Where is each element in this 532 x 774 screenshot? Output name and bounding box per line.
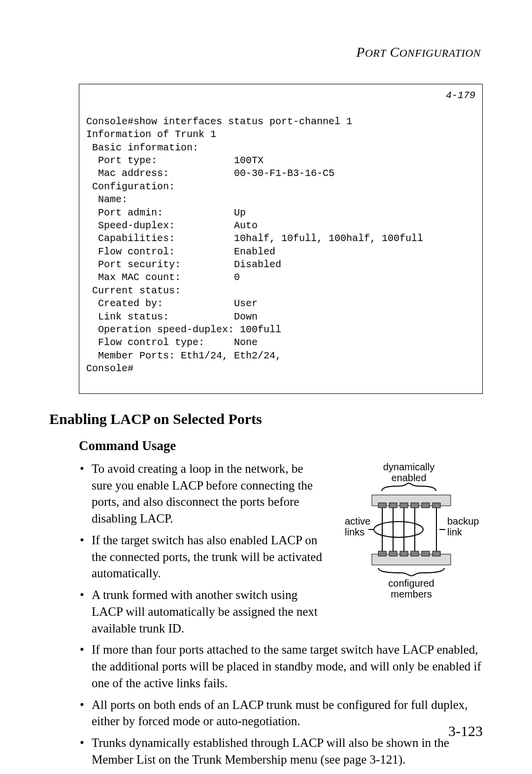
diagram-bottom-label: members <box>391 589 432 599</box>
list-item: Trunks dynamically established through L… <box>79 735 483 768</box>
console-line: Console# <box>86 363 133 374</box>
console-line: Capabilities: 10half, 10full, 100half, 1… <box>86 233 423 244</box>
svg-rect-5 <box>432 503 440 508</box>
page: PORT CONFIGURATION 4-179 Console#show in… <box>0 0 532 774</box>
subsection-heading: Command Usage <box>79 438 483 454</box>
svg-rect-12 <box>389 551 397 556</box>
console-line: Created by: User <box>86 298 258 309</box>
page-number: 3-123 <box>448 723 483 739</box>
console-line: Configuration: <box>86 181 175 192</box>
console-line: Port type: 100TX <box>86 155 264 166</box>
svg-rect-14 <box>411 551 419 556</box>
console-line: Port admin: Up <box>86 207 246 218</box>
brace-top-icon <box>382 483 436 491</box>
console-line: Console#show interfaces status port-chan… <box>86 116 352 127</box>
console-line: Basic information: <box>86 142 199 153</box>
diagram-top-label: dynamically <box>383 461 434 472</box>
running-head: PORT CONFIGURATION <box>49 44 483 60</box>
diagram-left-label: links <box>345 527 365 537</box>
svg-rect-13 <box>400 551 408 556</box>
diagram-bottom-label: configured <box>388 578 434 589</box>
console-line: Mac address: 00-30-F1-B3-16-C5 <box>86 168 334 179</box>
list-item: If the target switch has also enabled LA… <box>79 532 323 582</box>
console-line: Flow control type: None <box>86 337 258 348</box>
console-line: Name: <box>86 194 128 205</box>
svg-rect-11 <box>378 551 386 556</box>
diagram-right-label: link <box>447 527 463 537</box>
active-links-oval-icon <box>374 522 423 537</box>
svg-rect-2 <box>400 503 408 508</box>
svg-rect-16 <box>432 551 440 556</box>
brace-bottom-icon <box>378 568 444 576</box>
svg-rect-0 <box>378 503 386 508</box>
console-line: Member Ports: Eth1/24, Eth2/24, <box>86 350 281 361</box>
diagram-left-label: active <box>345 516 370 527</box>
link-lines <box>382 508 436 551</box>
console-output: 4-179 Console#show interfaces status por… <box>79 84 483 394</box>
console-line: Speed-duplex: Auto <box>86 220 258 231</box>
list-item: If more than four ports attached to the … <box>79 641 483 691</box>
diagram-top-label: enabled <box>391 472 426 483</box>
svg-rect-3 <box>411 503 419 508</box>
console-page-ref: 4-179 <box>446 89 475 102</box>
console-line: Port security: Disabled <box>86 259 281 270</box>
console-line: Link status: Down <box>86 311 258 322</box>
svg-rect-4 <box>422 503 430 508</box>
lacp-diagram: dynamically enabled <box>335 460 483 610</box>
section-heading: Enabling LACP on Selected Ports <box>49 411 483 427</box>
diagram-right-label: backup <box>447 516 479 527</box>
console-line: Max MAC count: 0 <box>86 272 240 283</box>
console-line: Information of Trunk 1 <box>86 129 216 140</box>
svg-rect-15 <box>422 551 430 556</box>
list-item: All ports on both ends of an LACP trunk … <box>79 697 483 730</box>
console-line: Current status: <box>86 285 181 296</box>
bullet-list-narrow: To avoid creating a loop in the network,… <box>79 460 323 642</box>
console-line: Operation speed-duplex: 100full <box>86 324 281 335</box>
bullet-list-full: If more than four ports attached to the … <box>79 641 483 768</box>
svg-rect-1 <box>389 503 397 508</box>
two-column-block: To avoid creating a loop in the network,… <box>79 460 483 642</box>
lacp-diagram-svg: dynamically enabled <box>335 460 483 608</box>
console-line: Flow control: Enabled <box>86 246 275 257</box>
list-item: A trunk formed with another switch using… <box>79 587 323 636</box>
list-item: To avoid creating a loop in the network,… <box>79 460 323 527</box>
